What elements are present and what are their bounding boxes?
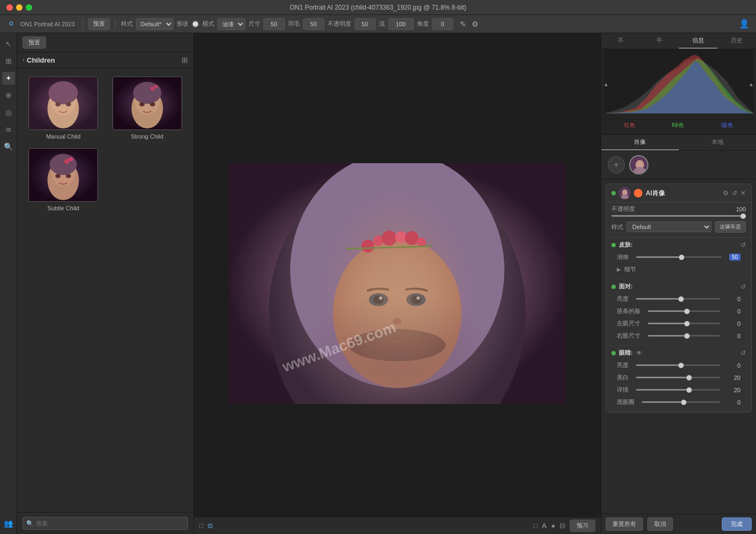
whitening-thumb[interactable] bbox=[686, 375, 692, 380]
right-eye-slider[interactable] bbox=[648, 335, 720, 337]
search-icon: 🔍 bbox=[26, 520, 34, 527]
whitening-slider[interactable] bbox=[636, 377, 720, 378]
layer-icon[interactable]: □ bbox=[199, 522, 203, 530]
add-person-button[interactable]: + bbox=[608, 156, 625, 173]
feather-input[interactable]: 50 bbox=[303, 18, 324, 30]
reset-icon[interactable]: ↺ bbox=[732, 189, 737, 197]
runshi-slider[interactable] bbox=[636, 256, 722, 258]
circle-icon[interactable]: ● bbox=[551, 522, 555, 530]
skin-reset-icon[interactable]: ↺ bbox=[740, 241, 746, 249]
detail-row[interactable]: ▶ 细节 bbox=[611, 263, 746, 276]
cancel-button[interactable]: 取消 bbox=[647, 517, 673, 531]
preset-button[interactable]: 预置 bbox=[88, 18, 110, 30]
layers2-icon[interactable]: ⊟ bbox=[560, 522, 565, 530]
face-reset-icon[interactable]: ↺ bbox=[740, 283, 746, 291]
frame-icon[interactable]: □ bbox=[533, 522, 538, 530]
person-avatar[interactable] bbox=[629, 155, 648, 174]
style-dropdown[interactable]: Default bbox=[626, 222, 712, 232]
tool-clone[interactable]: ⊕ bbox=[2, 89, 15, 102]
preset-item[interactable]: Subtle Child bbox=[26, 148, 101, 211]
layer-stack-icon[interactable]: ⧉ bbox=[208, 522, 213, 530]
this-car-button[interactable]: 这辆车是 bbox=[715, 221, 746, 233]
eyes-visibility-icon[interactable]: 👁 bbox=[636, 349, 642, 357]
tool-filter[interactable]: ≋ bbox=[2, 123, 15, 136]
style-select[interactable]: Default* bbox=[136, 18, 173, 30]
tab-ping[interactable]: 平 bbox=[640, 33, 678, 49]
fullscreen-button[interactable] bbox=[26, 4, 32, 11]
tab-history[interactable]: 历史 bbox=[717, 33, 756, 49]
eyes-brightness-slider[interactable] bbox=[636, 364, 720, 366]
reset-all-button[interactable]: 重置所有 bbox=[606, 517, 643, 531]
tab-info[interactable]: 信息 bbox=[679, 33, 717, 49]
opacity-label: 不透明度 bbox=[611, 205, 635, 213]
shape-circle[interactable] bbox=[192, 20, 199, 28]
back-arrow-icon[interactable]: ‹ bbox=[22, 56, 25, 64]
settings-icon[interactable]: ⚙ bbox=[471, 19, 480, 29]
face-header: 面对: ↺ bbox=[611, 283, 746, 291]
search-input[interactable] bbox=[22, 517, 188, 530]
text-icon[interactable]: A bbox=[542, 522, 547, 530]
slim-face-slider[interactable] bbox=[648, 310, 720, 312]
dark-circles-slider[interactable] bbox=[642, 401, 720, 403]
eyes-brightness-row: 亮度 0 bbox=[611, 359, 746, 371]
flow-input[interactable]: 100 bbox=[388, 18, 414, 30]
tool-retouch[interactable]: ◎ bbox=[2, 106, 15, 119]
category-title: Children bbox=[27, 56, 55, 64]
opacity-input[interactable]: 50 bbox=[354, 18, 376, 30]
detail2-slider[interactable] bbox=[636, 389, 720, 391]
opacity-slider[interactable] bbox=[611, 215, 746, 217]
left-eye-thumb[interactable] bbox=[684, 321, 690, 326]
tool-brush[interactable]: ✦ bbox=[2, 72, 15, 85]
eyedropper-icon[interactable]: ✎ bbox=[459, 19, 467, 29]
tool-search[interactable]: 🔍 bbox=[2, 140, 15, 153]
detail-expand-icon[interactable]: ▶ bbox=[617, 266, 621, 272]
dark-circles-thumb[interactable] bbox=[681, 400, 686, 405]
style-row: 样式 Default 这辆车是 bbox=[606, 219, 751, 238]
tool-crop[interactable]: ⊞ bbox=[2, 55, 15, 67]
svg-point-19 bbox=[66, 174, 71, 178]
angle-input[interactable]: 0 bbox=[432, 18, 453, 30]
left-eye-slider[interactable] bbox=[648, 323, 720, 324]
ai-record-button[interactable] bbox=[634, 189, 642, 197]
presets-button[interactable]: 预置 bbox=[22, 36, 46, 49]
tab-local[interactable]: 本地 bbox=[679, 135, 757, 150]
minimize-button[interactable] bbox=[16, 4, 22, 11]
ai-active-dot bbox=[611, 191, 616, 195]
grid-view-icon[interactable]: ⊞ bbox=[182, 56, 188, 64]
canvas-area[interactable]: www.Mac69.com □ ⧉ □ A ● ⊟ 预习 bbox=[194, 33, 601, 534]
eyes-brightness-thumb[interactable] bbox=[678, 363, 684, 368]
preview-button[interactable]: 预习 bbox=[570, 520, 595, 532]
close-button[interactable] bbox=[6, 4, 13, 11]
slim-face-thumb[interactable] bbox=[684, 309, 690, 314]
style-label: 样式 bbox=[611, 223, 623, 231]
right-eye-thumb[interactable] bbox=[684, 333, 690, 339]
angle-label: 角度 bbox=[417, 20, 429, 28]
opacity-thumb[interactable] bbox=[740, 213, 746, 219]
tool-cursor[interactable]: ↖ bbox=[2, 37, 15, 50]
eyes-dot bbox=[611, 351, 616, 355]
tool-person-add[interactable]: 👥 bbox=[2, 517, 15, 530]
preset-item[interactable]: Strong Child bbox=[110, 77, 185, 140]
runshi-thumb[interactable] bbox=[679, 255, 684, 260]
eyes-reset-icon[interactable]: ↺ bbox=[740, 349, 746, 357]
size-input[interactable]: 50 bbox=[263, 18, 285, 30]
dark-circles-value: 0 bbox=[728, 399, 740, 406]
face-brightness-slider[interactable] bbox=[636, 298, 720, 300]
mode-select[interactable]: 油漆 bbox=[217, 18, 245, 30]
done-button[interactable]: 完成 bbox=[722, 517, 752, 531]
tab-bu[interactable]: 不 bbox=[601, 33, 640, 49]
tab-portrait[interactable]: 肖像 bbox=[601, 135, 679, 150]
slim-face-row: 苗条的脸 0 bbox=[611, 305, 746, 317]
right-eye-value: 0 bbox=[728, 333, 740, 339]
ai-module: AI肖像 ⚙ ↺ ✕ 不透明度 100 bbox=[606, 184, 752, 413]
detail2-thumb[interactable] bbox=[686, 387, 692, 393]
svg-point-5 bbox=[66, 102, 71, 106]
opacity-value: 100 bbox=[733, 206, 746, 212]
portrait-tabs: 肖像 本地 bbox=[601, 135, 756, 151]
detail-label: 细节 bbox=[624, 265, 636, 273]
close-module-icon[interactable]: ✕ bbox=[740, 189, 746, 197]
user-icon[interactable]: 👤 bbox=[738, 18, 751, 30]
preset-item[interactable]: Manual Child bbox=[26, 77, 101, 140]
face-brightness-thumb[interactable] bbox=[678, 296, 684, 302]
settings-gear-icon[interactable]: ⚙ bbox=[723, 189, 729, 197]
